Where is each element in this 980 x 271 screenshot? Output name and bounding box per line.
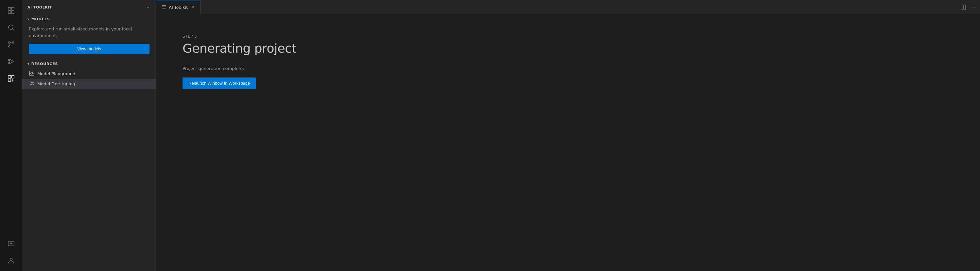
run-debug-icon[interactable]	[3, 54, 19, 69]
svg-point-19	[31, 72, 33, 74]
status-text: Project generation complete.	[183, 66, 954, 71]
svg-rect-1	[11, 8, 14, 10]
sidebar-header: AI TOOLKIT ···	[22, 0, 156, 14]
sidebar-item-model-fine-tuning[interactable]: Model Fine-tuning	[22, 79, 156, 89]
resources-chevron-icon: ▾	[27, 62, 29, 66]
sidebar-more-button[interactable]: ···	[144, 3, 151, 11]
svg-rect-2	[8, 11, 11, 13]
models-description: Explore and run small-sized models in yo…	[22, 24, 156, 43]
svg-rect-30	[964, 5, 966, 10]
svg-rect-14	[8, 79, 11, 81]
remote-icon[interactable]	[3, 236, 19, 251]
sidebar-actions: ···	[144, 3, 151, 11]
step-label: STEP 3	[183, 34, 954, 38]
ai-toolkit-tab-label: AI Toolkit	[169, 5, 188, 10]
explorer-icon[interactable]	[3, 3, 19, 18]
main-content: AI Toolkit ✕ ··· STEP 3 Generating proje…	[156, 0, 980, 271]
svg-point-24	[30, 82, 32, 83]
svg-line-5	[13, 29, 14, 31]
svg-rect-13	[11, 76, 14, 78]
ai-toolkit-tab-close[interactable]: ✕	[190, 4, 195, 10]
resources-section-label: RESOURCES	[32, 62, 58, 66]
svg-point-25	[32, 84, 33, 85]
svg-marker-9	[10, 59, 13, 64]
svg-rect-12	[8, 76, 11, 78]
tab-bar-actions: ···	[959, 3, 980, 11]
extensions-icon[interactable]	[3, 71, 19, 86]
model-playground-label: Model Playground	[37, 71, 75, 76]
page-title: Generating project	[183, 41, 954, 55]
source-control-icon[interactable]	[3, 36, 19, 52]
split-editor-button[interactable]	[959, 3, 968, 11]
ai-toolkit-tab[interactable]: AI Toolkit ✕	[156, 0, 200, 14]
models-chevron-icon: ▾	[27, 17, 29, 21]
sidebar-content: ▾ MODELS Explore and run small-sized mod…	[22, 14, 156, 271]
svg-point-17	[10, 258, 13, 260]
model-playground-icon	[29, 71, 35, 77]
svg-rect-29	[961, 5, 963, 10]
svg-point-11	[8, 62, 10, 63]
model-fine-tuning-label: Model Fine-tuning	[37, 81, 75, 86]
sidebar-item-model-playground[interactable]: Model Playground	[22, 69, 156, 79]
resources-section-header[interactable]: ▾ RESOURCES	[22, 59, 156, 69]
activity-bar	[0, 0, 22, 271]
tab-bar: AI Toolkit ✕ ···	[156, 0, 980, 14]
models-section-header[interactable]: ▾ MODELS	[22, 14, 156, 24]
models-section-label: MODELS	[32, 17, 50, 21]
svg-point-4	[8, 25, 13, 29]
view-models-button[interactable]: View models	[29, 44, 150, 54]
model-fine-tuning-icon	[29, 81, 35, 87]
svg-rect-3	[11, 11, 14, 13]
content-area: STEP 3 Generating project Project genera…	[156, 14, 980, 271]
svg-point-10	[8, 60, 10, 61]
search-icon[interactable]	[3, 20, 19, 35]
sidebar: AI TOOLKIT ··· ▾ MODELS Explore and run …	[22, 0, 156, 271]
more-actions-button[interactable]: ···	[969, 3, 977, 11]
ai-toolkit-tab-icon	[162, 5, 166, 10]
accounts-icon[interactable]	[3, 253, 19, 268]
svg-rect-0	[8, 8, 11, 10]
relaunch-button[interactable]: Relaunch Window In Workspace	[183, 78, 256, 89]
sidebar-title: AI TOOLKIT	[27, 5, 52, 10]
